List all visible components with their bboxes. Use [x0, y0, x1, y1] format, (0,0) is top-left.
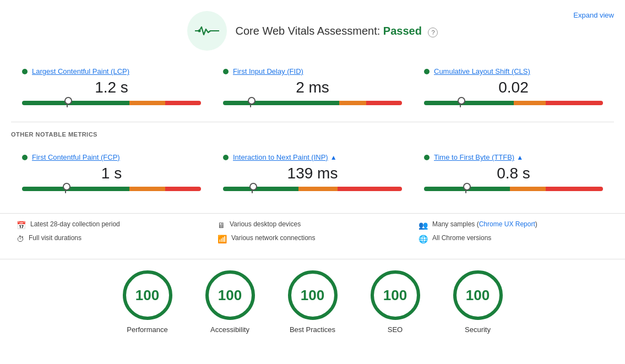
gauge-marker	[465, 184, 466, 193]
gauge-bar	[223, 101, 402, 105]
metric-link-fid[interactable]: First Input Delay (FID)	[233, 67, 303, 75]
gauge-bar	[223, 187, 402, 191]
score-item-best-practices: 100Best Practices	[288, 270, 338, 334]
info-row-text-2-0: Many samples (Chrome UX Report)	[432, 220, 537, 228]
help-icon[interactable]: ?	[428, 28, 438, 37]
gauge-marker	[65, 184, 66, 193]
score-label-performance: Performance	[127, 325, 167, 334]
info-triangle-icon-inp[interactable]: ▲	[330, 154, 337, 161]
cwv-metrics-grid: Largest Contentful Paint (LCP)1.2 sFirst…	[0, 56, 625, 122]
metric-link-inp[interactable]: Interaction to Next Paint (INP)	[233, 153, 328, 161]
metric-link-ttfb[interactable]: Time to First Byte (TTFB)	[434, 153, 514, 161]
metric-dot-ttfb	[424, 155, 430, 160]
info-row-0-1: ⏱Full visit durations	[17, 234, 206, 243]
assessment-label: Core Web Vitals Assessment:	[236, 25, 381, 37]
score-circle-best-practices: 100	[288, 270, 338, 320]
expand-view-link[interactable]: Expand view	[573, 11, 614, 19]
metric-value-lcp: 1.2 s	[22, 79, 201, 96]
info-row-2-0: 👥Many samples (Chrome UX Report)	[419, 220, 608, 230]
other-metrics-header: OTHER NOTABLE METRICS	[0, 122, 625, 142]
info-row-1-0: 🖥Various desktop devices	[218, 220, 407, 230]
other-metrics-grid: First Contentful Paint (FCP)1 sInteracti…	[0, 142, 625, 208]
score-circle-performance: 100	[123, 270, 172, 320]
info-row-text-0-0: Latest 28-day collection period	[30, 220, 120, 228]
metric-label-lcp: Largest Contentful Paint (LCP)	[22, 67, 201, 75]
info-row-text-1-1: Various network connections	[231, 234, 316, 242]
gauge-bar	[22, 101, 201, 105]
assessment-status: Passed	[383, 25, 422, 37]
score-item-seo: 100SEO	[371, 270, 420, 334]
metric-dot-lcp	[22, 69, 28, 74]
metric-value-fcp: 1 s	[22, 165, 201, 182]
metric-dot-cls	[424, 69, 430, 74]
score-circle-seo: 100	[371, 270, 420, 320]
metric-value-cls: 0.02	[424, 79, 603, 96]
score-circle-accessibility: 100	[205, 270, 255, 320]
metric-item-lcp: Largest Contentful Paint (LCP)1.2 s	[11, 62, 212, 111]
score-item-security: 100Security	[453, 270, 503, 334]
metric-label-cls: Cumulative Layout Shift (CLS)	[424, 67, 603, 75]
score-item-performance: 100Performance	[123, 270, 172, 334]
metric-value-ttfb: 0.8 s	[424, 165, 603, 182]
info-row-text-2-1: All Chrome versions	[432, 234, 491, 242]
info-row-1-1: 📶Various network connections	[218, 234, 407, 243]
score-label-security: Security	[465, 325, 491, 334]
svg-point-0	[198, 30, 200, 32]
gauge-marker	[252, 184, 253, 193]
score-item-accessibility: 100Accessibility	[205, 270, 255, 334]
info-row-link-2-0[interactable]: Chrome UX Report	[479, 220, 535, 228]
info-row-icon-2-0: 👥	[419, 221, 428, 230]
gauge-bar	[22, 187, 201, 191]
metric-dot-fid	[223, 69, 229, 74]
info-triangle-icon-ttfb[interactable]: ▲	[517, 154, 523, 161]
info-row-icon-1-0: 🖥	[218, 221, 225, 230]
info-row-text-0-1: Full visit durations	[29, 234, 81, 242]
metric-item-fcp: First Contentful Paint (FCP)1 s	[11, 148, 212, 197]
metric-value-fid: 2 ms	[223, 79, 402, 96]
info-col-2: 👥Many samples (Chrome UX Report)🌐All Chr…	[413, 220, 614, 248]
info-row-icon-0-1: ⏱	[17, 235, 24, 243]
info-row-0-0: 📅Latest 28-day collection period	[17, 220, 206, 230]
metric-value-inp: 139 ms	[223, 165, 402, 182]
info-col-1: 🖥Various desktop devices📶Various network…	[212, 220, 413, 248]
gauge-marker	[250, 99, 251, 107]
metric-item-ttfb: Time to First Byte (TTFB)▲0.8 s	[413, 148, 614, 197]
score-circle-security: 100	[453, 270, 503, 320]
pulse-icon	[187, 11, 227, 51]
gauge-marker	[460, 99, 461, 107]
metric-dot-inp	[223, 155, 229, 160]
gauge-bar	[424, 101, 603, 105]
info-col-0: 📅Latest 28-day collection period⏱Full vi…	[11, 220, 212, 248]
gauge-bar	[424, 187, 603, 191]
gauge-marker	[67, 99, 68, 107]
info-section: 📅Latest 28-day collection period⏱Full vi…	[0, 213, 625, 259]
metric-item-cls: Cumulative Layout Shift (CLS)0.02	[413, 62, 614, 111]
info-row-icon-1-1: 📶	[218, 235, 227, 243]
metric-label-fid: First Input Delay (FID)	[223, 67, 402, 75]
metric-dot-fcp	[22, 155, 28, 160]
metric-link-fcp[interactable]: First Contentful Paint (FCP)	[32, 153, 120, 161]
metric-link-cls[interactable]: Cumulative Layout Shift (CLS)	[434, 67, 530, 75]
metric-label-fcp: First Contentful Paint (FCP)	[22, 153, 201, 161]
metric-label-ttfb: Time to First Byte (TTFB)▲	[424, 153, 603, 161]
info-row-text-1-0: Various desktop devices	[230, 220, 301, 228]
info-row-icon-2-1: 🌐	[419, 235, 428, 243]
metric-item-fid: First Input Delay (FID)2 ms	[212, 62, 413, 111]
metric-label-inp: Interaction to Next Paint (INP)▲	[223, 153, 402, 161]
score-label-seo: SEO	[388, 325, 403, 334]
score-label-accessibility: Accessibility	[210, 325, 249, 334]
info-row-2-1: 🌐All Chrome versions	[419, 234, 608, 243]
metric-item-inp: Interaction to Next Paint (INP)▲139 ms	[212, 148, 413, 197]
assessment-title: Core Web Vitals Assessment: Passed ?	[236, 25, 438, 37]
core-web-vitals-header: Core Web Vitals Assessment: Passed ? Exp…	[0, 0, 625, 56]
scores-section: 100Performance100Accessibility100Best Pr…	[0, 259, 625, 339]
metric-link-lcp[interactable]: Largest Contentful Paint (LCP)	[32, 67, 129, 75]
info-row-icon-0-0: 📅	[17, 221, 26, 230]
score-label-best-practices: Best Practices	[290, 325, 335, 334]
